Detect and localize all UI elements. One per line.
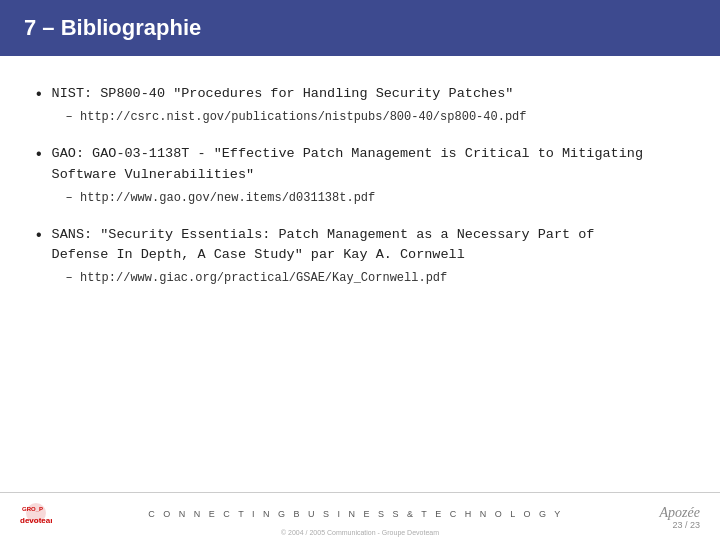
slide-header: 7 – Bibliographie: [0, 0, 720, 56]
slide-title: 7 – Bibliographie: [24, 15, 201, 41]
bullet-dot-3: •: [36, 226, 42, 244]
bullet-sub-3: – http://www.giac.org/practical/GSAE/Kay…: [66, 269, 684, 287]
bullet-content-3: SANS: "Security Essentials: Patch Manage…: [52, 225, 684, 288]
devoteam-icon: GRO_P devoteam: [20, 499, 52, 527]
devoteam-logo-area: GRO_P devoteam: [20, 499, 52, 527]
footer-tagline: C O N N E C T I N G B U S I N E S S & T …: [148, 509, 563, 519]
slide: 7 – Bibliographie • NIST: SP800-40 "Proc…: [0, 0, 720, 540]
bullet-dot-2: •: [36, 145, 42, 163]
footer-copyright: © 2004 / 2005 Communication - Groupe Dev…: [281, 529, 439, 536]
bullet-nist: • NIST: SP800-40 "Procedures for Handlin…: [36, 84, 684, 126]
svg-text:GRO_P: GRO_P: [22, 506, 43, 512]
slide-content: • NIST: SP800-40 "Procedures for Handlin…: [0, 56, 720, 492]
bullet-main-1: NIST: SP800-40 "Procedures for Handling …: [52, 84, 684, 104]
bullet-content-1: NIST: SP800-40 "Procedures for Handling …: [52, 84, 684, 126]
apogee-logo: Apozée: [660, 505, 700, 521]
page-number: 23 / 23: [672, 520, 700, 530]
slide-footer: GRO_P devoteam C O N N E C T I N G B U S…: [0, 492, 720, 540]
bullet-sans: • SANS: "Security Essentials: Patch Mana…: [36, 225, 684, 288]
bullet-gao: • GAO: GAO-03-1138T - "Effective Patch M…: [36, 144, 684, 207]
bullet-main-3: SANS: "Security Essentials: Patch Manage…: [52, 225, 684, 266]
footer-logo-row: GRO_P devoteam C O N N E C T I N G B U S…: [20, 499, 700, 527]
bullet-dot-1: •: [36, 85, 42, 103]
bullet-main-2: GAO: GAO-03-1138T - "Effective Patch Man…: [52, 144, 684, 185]
bullet-sub-2: – http://www.gao.gov/new.items/d031138t.…: [66, 189, 684, 207]
bullet-sub-1: – http://csrc.nist.gov/publications/nist…: [66, 108, 684, 126]
svg-text:devoteam: devoteam: [20, 516, 52, 525]
bullet-content-2: GAO: GAO-03-1138T - "Effective Patch Man…: [52, 144, 684, 207]
